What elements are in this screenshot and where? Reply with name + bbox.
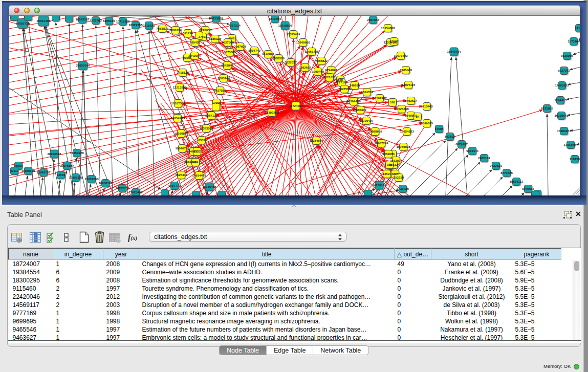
svg-text:252254: 252254 (394, 176, 404, 179)
svg-text:19384554: 19384554 (309, 139, 323, 142)
svg-text:7355822: 7355822 (315, 59, 328, 62)
svg-text:9474444: 9474444 (466, 149, 478, 152)
svg-text:391295: 391295 (183, 31, 193, 35)
svg-text:17359928: 17359928 (70, 151, 84, 155)
svg-text:11923446: 11923446 (129, 190, 143, 194)
svg-text:12213309: 12213309 (172, 85, 187, 89)
svg-text:8222: 8222 (193, 149, 201, 153)
svg-text:16210643: 16210643 (554, 114, 569, 117)
svg-text:10719155: 10719155 (116, 19, 130, 23)
svg-text:15692971: 15692971 (557, 129, 571, 133)
svg-text:9242848: 9242848 (221, 63, 233, 67)
svg-text:14136141: 14136141 (372, 183, 386, 187)
svg-text:7485063: 7485063 (400, 68, 412, 72)
svg-text:1733426: 1733426 (397, 187, 409, 190)
svg-text:1621022: 1621022 (323, 75, 336, 79)
svg-text:6897568: 6897568 (338, 87, 351, 91)
svg-text:11325419: 11325419 (287, 32, 300, 36)
svg-text:9245652: 9245652 (522, 187, 534, 190)
svg-text:8186328: 8186328 (209, 37, 221, 40)
svg-text:6466160: 6466160 (103, 19, 115, 23)
svg-text:8454749: 8454749 (248, 49, 260, 52)
svg-text:6794028: 6794028 (325, 68, 337, 72)
svg-text:9084064: 9084064 (382, 152, 395, 156)
svg-text:2087682: 2087682 (367, 18, 379, 21)
svg-text:10973493: 10973493 (394, 54, 408, 57)
svg-text:15716485: 15716485 (202, 185, 216, 188)
svg-text:8813054: 8813054 (269, 17, 281, 20)
svg-text:12353594: 12353594 (199, 126, 213, 130)
svg-text:1362615: 1362615 (299, 65, 311, 69)
svg-text:7663822: 7663822 (156, 27, 168, 30)
svg-text:9777169: 9777169 (335, 80, 347, 84)
svg-text:1990448: 1990448 (312, 70, 324, 73)
svg-text:14519: 14519 (57, 173, 66, 177)
svg-text:3822037: 3822037 (285, 60, 297, 64)
svg-text:2242004: 2242004 (188, 54, 201, 57)
svg-text:165433: 165433 (190, 40, 201, 44)
svg-text:19654985: 19654985 (170, 116, 185, 120)
svg-text:2967608: 2967608 (234, 45, 246, 48)
svg-text:9146821: 9146821 (262, 52, 274, 56)
svg-text:18724007: 18724007 (289, 104, 303, 107)
svg-text:16914479: 16914479 (192, 173, 206, 177)
svg-text:18907249: 18907249 (374, 141, 388, 145)
svg-text:9227342: 9227342 (558, 69, 570, 72)
svg-text:6099695: 6099695 (421, 121, 433, 125)
svg-text:10653287: 10653287 (75, 17, 90, 21)
svg-text:20053346: 20053346 (76, 63, 90, 67)
svg-text:893892: 893892 (445, 135, 455, 138)
svg-text:9327508: 9327508 (222, 40, 234, 44)
svg-text:13967: 13967 (390, 39, 399, 43)
svg-text:14095: 14095 (435, 127, 444, 130)
svg-text:10025458: 10025458 (395, 107, 409, 111)
svg-text:39119: 39119 (10, 169, 19, 172)
svg-text:3660124: 3660124 (169, 28, 182, 32)
svg-text:8332: 8332 (198, 138, 205, 142)
svg-text:20691406: 20691406 (36, 19, 51, 23)
svg-text:10688609: 10688609 (368, 129, 382, 133)
svg-text:8427552: 8427552 (214, 89, 226, 92)
svg-text:8267130: 8267130 (205, 114, 217, 117)
svg-text:13640910: 13640910 (296, 40, 310, 44)
svg-text:27503: 27503 (199, 35, 208, 38)
svg-text:19756928: 19756928 (396, 145, 410, 148)
svg-text:160: 160 (390, 100, 396, 104)
svg-text:546: 546 (229, 36, 235, 40)
svg-text:7386372: 7386372 (354, 108, 366, 112)
svg-text:16671355: 16671355 (128, 23, 143, 27)
svg-text:10046788: 10046788 (175, 146, 189, 150)
svg-text:19654923: 19654923 (400, 129, 414, 133)
svg-text:3624554: 3624554 (361, 90, 373, 94)
svg-text:10507487: 10507487 (373, 96, 387, 100)
svg-text:2935114: 2935114 (478, 156, 490, 160)
svg-text:19166827: 19166827 (174, 132, 188, 135)
svg-text:1527602: 1527602 (90, 18, 102, 22)
svg-text:116753: 116753 (570, 157, 580, 161)
svg-text:2718126: 2718126 (177, 71, 189, 74)
svg-text:10107552: 10107552 (171, 101, 185, 105)
svg-text:2803144: 2803144 (217, 76, 230, 80)
svg-text:16033809: 16033809 (209, 16, 223, 20)
svg-text:1588520: 1588520 (272, 56, 285, 60)
svg-text:9129986: 9129986 (561, 54, 573, 57)
svg-text:7632621: 7632621 (490, 164, 502, 167)
svg-text:10654112: 10654112 (510, 180, 524, 183)
svg-text:746266: 746266 (350, 83, 360, 87)
svg-text:13524: 13524 (383, 172, 392, 176)
svg-text:20364436: 20364436 (346, 99, 361, 103)
svg-text:6879197: 6879197 (455, 142, 468, 146)
svg-text:16154808: 16154808 (381, 26, 395, 30)
svg-text:18300295: 18300295 (265, 111, 279, 114)
svg-text:165: 165 (387, 163, 393, 166)
svg-text:84: 84 (416, 115, 420, 118)
svg-text:30975887: 30975887 (60, 164, 74, 167)
svg-text:10958127: 10958127 (98, 181, 113, 185)
svg-text:1244415: 1244415 (554, 98, 567, 102)
svg-text:9115460: 9115460 (421, 104, 433, 108)
svg-text:1612074: 1612074 (390, 159, 402, 162)
svg-text:7357224: 7357224 (228, 24, 241, 27)
svg-text:19218506: 19218506 (278, 24, 292, 27)
svg-text:11174: 11174 (575, 26, 580, 30)
svg-text:7625402: 7625402 (175, 173, 187, 177)
